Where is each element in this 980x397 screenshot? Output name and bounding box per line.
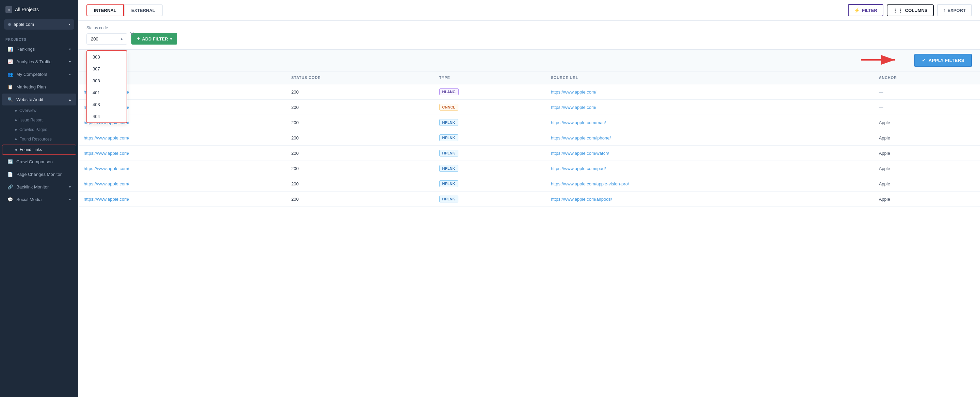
filter-caret-icon: ▲ [120, 37, 124, 41]
dropdown-item-307[interactable]: 307 [87, 63, 127, 75]
cell-status-code: 200 [286, 176, 434, 192]
sidebar-item-analytics[interactable]: 📈 Analytics & Traffic ▾ [2, 56, 76, 68]
option-308-label: 308 [92, 78, 100, 83]
dropdown-item-303[interactable]: 303 [87, 51, 127, 63]
cell-status-code: 200 [286, 161, 434, 176]
sidebar-sub-item-found-resources[interactable]: Found Resources [2, 134, 76, 144]
sidebar-sub-item-overview[interactable]: Overview [2, 106, 76, 115]
home-icon: ⌂ [5, 6, 12, 13]
type-badge: HPLNK [439, 165, 458, 172]
cell-url: https://www.apple.com/ [78, 192, 286, 207]
competitors-label: My Competitors [16, 72, 47, 77]
table-header-row: STATUS CODE TYPE SOURCE URL ANCHOR [78, 71, 980, 84]
backlink-label: Backlink Monitor [16, 184, 49, 189]
sidebar-sub-item-issue-report[interactable]: Issue Report [2, 115, 76, 125]
sidebar-item-marketing[interactable]: 📋 Marketing Plan [2, 81, 76, 93]
cell-source-url: https://www.apple.com/ [546, 84, 873, 100]
monitor-icon: 📄 [8, 172, 13, 177]
red-arrow-indicator [861, 53, 902, 68]
sidebar-item-competitors[interactable]: 👥 My Competitors ▾ [2, 68, 76, 80]
cell-status-code: 200 [286, 146, 434, 161]
projects-section-label: PROJECTS [0, 35, 78, 43]
cell-anchor: — [873, 100, 980, 115]
links-table: STATUS CODE TYPE SOURCE URL ANCHOR https… [78, 71, 980, 207]
close-filter-button[interactable]: ✕ [130, 31, 134, 37]
type-badge: HLANG [439, 89, 459, 95]
sidebar-header: ⌂ All Projects [0, 0, 78, 19]
cell-status-code: 200 [286, 100, 434, 115]
source-url-link[interactable]: https://www.apple.com/ [551, 89, 597, 95]
source-url-link[interactable]: https://www.apple.com/ipad/ [551, 166, 606, 171]
crawled-label: Crawled Pages [19, 127, 47, 132]
cell-type: HPLNK [434, 115, 546, 130]
analytics-icon: 📈 [8, 59, 13, 64]
columns-label: COLUMNS [905, 8, 928, 13]
sidebar-sub-item-found-links[interactable]: Found Links [2, 145, 76, 155]
option-404-label: 404 [92, 114, 100, 119]
competitors-chevron-icon: ▾ [69, 73, 71, 76]
dropdown-item-401[interactable]: 401 [87, 87, 127, 98]
social-label: Social Media [16, 197, 41, 202]
crawl-icon: 🔄 [8, 159, 13, 164]
export-button[interactable]: ↑ EXPORT [937, 4, 972, 16]
dropdown-item-403[interactable]: 403 [87, 98, 127, 111]
add-filter-button[interactable]: + ADD FILTER ▾ [131, 33, 177, 44]
cell-anchor: Apple [873, 115, 980, 130]
topbar: INTERNAL EXTERNAL ⚡ FILTER ⋮⋮ COLUMNS ↑ … [78, 0, 980, 21]
sidebar-item-crawl-comparison[interactable]: 🔄 Crawl Comparison [2, 156, 76, 168]
source-url-link[interactable]: https://www.apple.com/mac/ [551, 120, 606, 125]
table-row: https://www.apple.com/ 200 HPLNK https:/… [78, 192, 980, 207]
tab-external[interactable]: EXTERNAL [124, 5, 163, 16]
audit-label: Website Audit [16, 97, 43, 102]
cell-anchor: — [873, 84, 980, 100]
source-url-link[interactable]: https://www.apple.com/iphone/ [551, 135, 611, 140]
sidebar-item-page-changes[interactable]: 📄 Page Changes Monitor [2, 168, 76, 180]
cell-type: HPLNK [434, 161, 546, 176]
export-label: EXPORT [948, 8, 966, 13]
topbar-actions: ⚡ FILTER ⋮⋮ COLUMNS ↑ EXPORT [848, 4, 972, 16]
filter-icon: ⚡ [854, 8, 860, 13]
project-selector[interactable]: apple.com ▾ [4, 19, 74, 30]
option-307-label: 307 [92, 66, 100, 71]
url-link[interactable]: https://www.apple.com/ [84, 197, 129, 202]
cell-type: HLANG [434, 84, 546, 100]
cell-status-code: 200 [286, 130, 434, 146]
source-url-link[interactable]: https://www.apple.com/watch/ [551, 151, 609, 156]
filter-value-display[interactable]: 200 ▲ [86, 33, 127, 44]
filter-selected-value: 200 [91, 37, 98, 41]
issue-dot-icon [15, 119, 17, 121]
dropdown-item-308[interactable]: 308 [87, 75, 127, 87]
tab-internal[interactable]: INTERNAL [86, 5, 124, 16]
cell-source-url: https://www.apple.com/ [546, 100, 873, 115]
cell-source-url: https://www.apple.com/apple-vision-pro/ [546, 176, 873, 192]
audit-icon: 🔍 [8, 97, 13, 102]
page-changes-label: Page Changes Monitor [16, 172, 62, 177]
col-type: TYPE [434, 71, 546, 84]
columns-button[interactable]: ⋮⋮ COLUMNS [887, 5, 934, 16]
table-row: https://www.apple.com/ 200 HPLNK https:/… [78, 161, 980, 176]
sidebar-item-rankings[interactable]: 📊 Rankings ▾ [2, 43, 76, 55]
filter-button[interactable]: ⚡ FILTER [848, 4, 883, 16]
backlink-icon: 🔗 [8, 184, 13, 189]
source-url-link[interactable]: https://www.apple.com/ [551, 105, 597, 110]
url-link[interactable]: https://www.apple.com/ [84, 181, 129, 186]
cell-source-url: https://www.apple.com/airpods/ [546, 192, 873, 207]
url-link[interactable]: https://www.apple.com/ [84, 135, 129, 140]
apply-filters-button[interactable]: ✓ APPLY FILTERS [914, 54, 972, 67]
links-label: Found Links [20, 147, 42, 152]
sidebar-item-backlink[interactable]: 🔗 Backlink Monitor ▾ [2, 181, 76, 193]
main-content: INTERNAL EXTERNAL ⚡ FILTER ⋮⋮ COLUMNS ↑ … [78, 0, 980, 397]
sidebar-item-social-media[interactable]: 💬 Social Media ▾ [2, 194, 76, 205]
filter-select-wrapper: 200 ▲ 303 307 308 401 [86, 33, 127, 44]
url-link[interactable]: https://www.apple.com/ [84, 166, 129, 171]
source-url-link[interactable]: https://www.apple.com/apple-vision-pro/ [551, 181, 629, 186]
all-projects-label: All Projects [15, 7, 39, 12]
url-link[interactable]: https://www.apple.com/ [84, 151, 129, 156]
project-dot-icon [8, 23, 11, 26]
sidebar-item-website-audit[interactable]: 🔍 Website Audit ▴ [2, 94, 76, 105]
sidebar-sub-item-crawled-pages[interactable]: Crawled Pages [2, 125, 76, 134]
dropdown-item-404[interactable]: 404 [87, 111, 127, 122]
source-url-link[interactable]: https://www.apple.com/airpods/ [551, 197, 612, 202]
table-row: https://www.apple.com/ 200 HPLNK https:/… [78, 130, 980, 146]
issue-label: Issue Report [19, 118, 43, 122]
